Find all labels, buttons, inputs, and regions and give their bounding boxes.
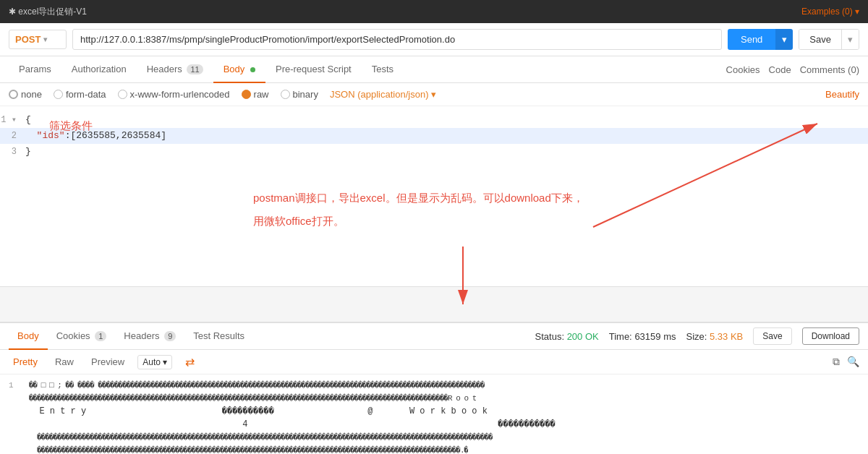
resp-line-content-2: ����������������������������������������… — [29, 392, 476, 405]
save-button-group: Save ▾ — [799, 29, 859, 50]
resp-line-num-3 — [9, 405, 29, 418]
json-key: "ids" — [37, 130, 65, 141]
line-content-3: } — [25, 144, 31, 160]
option-binary[interactable]: binary — [281, 89, 318, 100]
form-data-radio[interactable] — [54, 90, 63, 99]
auto-chevron-icon: ▾ — [163, 357, 167, 367]
time-label: Time: 63159 ms — [609, 331, 676, 342]
body-active-dot — [250, 67, 255, 72]
binary-radio[interactable] — [281, 90, 290, 99]
resp-line-2: ����������������������������������������… — [9, 392, 859, 405]
response-tabs-row: Body Cookies 1 Headers 9 Test Results St… — [0, 323, 868, 350]
resp-line-content-6: ����������������������������������������… — [29, 444, 468, 454]
url-bar: POST ▾ Send ▾ Save ▾ — [0, 23, 868, 56]
tab-params[interactable]: Params — [9, 56, 61, 83]
send-button[interactable]: Send — [728, 29, 775, 50]
method-select[interactable]: POST ▾ — [9, 30, 67, 49]
resp-line-5: ����������������������������������������… — [9, 431, 859, 444]
request-tabs-row: Params Authorization Headers 11 Body Pre… — [0, 56, 868, 83]
editor-line-3: 3 } — [0, 144, 868, 160]
view-tab-preview[interactable]: Preview — [87, 354, 129, 369]
response-icons: ⧉ 🔍 — [833, 356, 859, 368]
size-label: Size: 5.33 KB — [686, 331, 743, 342]
cookies-link[interactable]: Cookies — [726, 64, 760, 75]
urlencoded-radio[interactable] — [118, 90, 127, 99]
resp-tab-cookies[interactable]: Cookies 1 — [48, 323, 116, 350]
resp-line-num-5 — [9, 431, 29, 444]
resp-line-content-3: E n t r y ���������� @ W o r k b o o k — [29, 405, 488, 418]
raw-label: raw — [254, 89, 269, 100]
status-value: 200 OK — [567, 331, 599, 342]
resp-tab-body[interactable]: Body — [9, 323, 48, 350]
send-dropdown-button[interactable]: ▾ — [775, 29, 793, 50]
code-link[interactable]: Code — [769, 64, 791, 75]
option-raw[interactable]: raw — [242, 89, 269, 100]
tab-authorization[interactable]: Authorization — [61, 56, 137, 83]
resp-line-content-5: ����������������������������������������… — [29, 431, 493, 444]
response-status-bar: Status: 200 OK Time: 63159 ms Size: 5.33… — [535, 327, 859, 345]
resp-line-num-1: 1 — [9, 379, 29, 392]
headers-resp-badge: 9 — [164, 331, 176, 341]
json-type-select[interactable]: JSON (application/json) ▾ — [330, 89, 437, 100]
auto-format-select[interactable]: Auto ▾ — [137, 355, 172, 369]
wrap-lines-icon[interactable]: ⇄ — [185, 355, 195, 369]
json-label: JSON (application/json) — [330, 89, 429, 100]
resp-tab-test-results[interactable]: Test Results — [184, 323, 253, 350]
option-none[interactable]: none — [9, 89, 42, 100]
response-section: Body Cookies 1 Headers 9 Test Results St… — [0, 322, 868, 454]
url-input[interactable] — [72, 29, 722, 50]
resp-line-content-1: �� □ □ ; �� ���� �����������������������… — [29, 379, 485, 392]
resp-line-6: ����������������������������������������… — [9, 444, 859, 454]
app-container: ✱ excel导出促销-V1 Examples (0) ▾ POST ▾ Sen… — [0, 0, 868, 454]
resp-line-4: 4 ����������� — [9, 418, 859, 431]
tab-pre-request[interactable]: Pre-request Script — [265, 56, 362, 83]
line-content-2: "ids":[2635585,2635584] — [25, 128, 166, 144]
none-radio[interactable] — [9, 90, 18, 99]
save-dropdown-button[interactable]: ▾ — [841, 30, 859, 49]
send-button-group: Send ▾ — [728, 29, 793, 50]
editor-wrapper: 1 ▾ { 2 "ids":[2635585,2635584] 3 } 筛选条件… — [0, 106, 868, 322]
search-icon[interactable]: 🔍 — [847, 356, 859, 368]
headers-badge: 11 — [187, 64, 203, 74]
editor-line-2: 2 "ids":[2635585,2635584] — [0, 128, 868, 144]
tab-headers[interactable]: Headers 11 — [137, 56, 213, 83]
view-tab-raw[interactable]: Raw — [51, 354, 78, 369]
view-tab-pretty[interactable]: Pretty — [9, 354, 42, 369]
option-urlencoded[interactable]: x-www-form-urlencoded — [118, 89, 230, 100]
json-chevron-icon: ▾ — [431, 89, 436, 100]
resp-line-num-4 — [9, 418, 29, 431]
line-number-1: 1 ▾ — [0, 112, 25, 127]
auto-label: Auto — [142, 357, 161, 367]
resp-line-num-2 — [9, 392, 29, 405]
resp-line-num-6 — [9, 444, 29, 454]
method-label: POST — [15, 34, 41, 45]
tabs-right: Cookies Code Comments (0) — [726, 64, 859, 75]
download-button[interactable]: Download — [802, 327, 859, 345]
urlencoded-label: x-www-form-urlencoded — [130, 89, 230, 100]
resp-line-content-4: 4 ����������� — [29, 418, 556, 431]
response-save-button[interactable]: Save — [753, 327, 791, 345]
beautify-button[interactable]: Beautify — [825, 89, 859, 100]
none-label: none — [21, 89, 42, 100]
tab-tests[interactable]: Tests — [362, 56, 404, 83]
resp-tab-headers[interactable]: Headers 9 — [115, 323, 184, 350]
copy-icon[interactable]: ⧉ — [833, 356, 840, 368]
raw-radio[interactable] — [242, 90, 251, 99]
form-data-label: form-data — [66, 89, 106, 100]
title-bar: ✱ excel导出促销-V1 Examples (0) ▾ — [0, 0, 868, 23]
code-editor[interactable]: 1 ▾ { 2 "ids":[2635585,2635584] 3 } — [0, 106, 868, 287]
app-title: ✱ excel导出促销-V1 — [9, 6, 87, 18]
comments-link[interactable]: Comments (0) — [800, 64, 859, 75]
tab-body[interactable]: Body — [213, 56, 265, 83]
examples-link[interactable]: Examples (0) ▾ — [801, 7, 859, 17]
line-number-3: 3 — [0, 144, 25, 159]
option-form-data[interactable]: form-data — [54, 89, 106, 100]
resp-line-3: E n t r y ���������� @ W o r k b o o k — [9, 405, 859, 418]
resp-line-1: 1 �� □ □ ; �� ���� ���������������������… — [9, 379, 859, 392]
line-number-2: 2 — [0, 128, 25, 143]
save-button[interactable]: Save — [799, 30, 841, 49]
method-chevron-icon: ▾ — [43, 35, 47, 43]
response-content: 1 �� □ □ ; �� ���� ���������������������… — [0, 374, 868, 454]
cookies-resp-badge: 1 — [95, 331, 106, 341]
status-label: Status: 200 OK — [535, 331, 599, 342]
